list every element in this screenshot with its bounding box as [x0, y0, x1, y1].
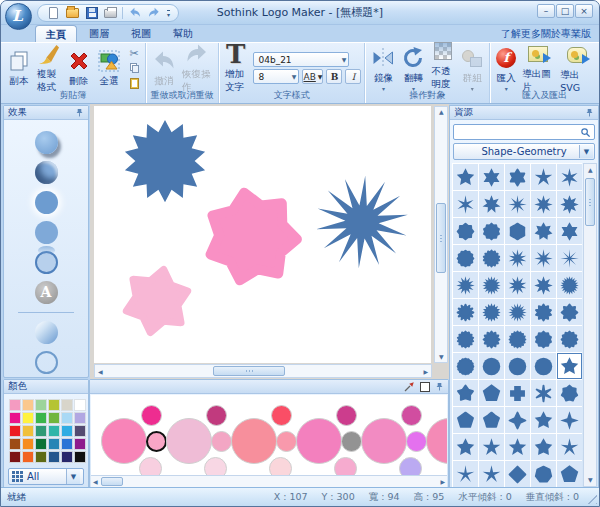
canvas-vertical-scrollbar[interactable]: ▲ ▼ — [434, 106, 448, 363]
scheme-circle[interactable] — [341, 431, 362, 452]
scrollbar-thumb[interactable] — [585, 178, 595, 226]
pin-icon[interactable] — [435, 382, 444, 391]
color-scheme-cluster[interactable] — [426, 405, 447, 475]
color-swatch[interactable] — [48, 438, 60, 450]
shape-cell[interactable] — [453, 407, 478, 433]
color-swatch[interactable] — [48, 399, 60, 411]
shape-cell[interactable] — [557, 272, 582, 298]
scheme-circle[interactable] — [211, 431, 232, 452]
shape-cell[interactable] — [479, 326, 504, 352]
color-swatch[interactable] — [9, 451, 21, 463]
color-scheme-cluster[interactable] — [101, 405, 165, 475]
shape-cell[interactable] — [479, 164, 504, 190]
copy-button[interactable]: 副本 — [4, 48, 34, 89]
scrollbar-thumb[interactable] — [436, 203, 446, 273]
effect-item-gradient[interactable] — [4, 317, 88, 347]
scrollbar-thumb[interactable] — [213, 366, 285, 376]
copy-small-icon[interactable] — [126, 61, 142, 75]
color-scheme-cluster[interactable] — [361, 405, 425, 475]
scheme-circle[interactable] — [204, 457, 227, 475]
scheme-circle[interactable] — [146, 431, 167, 452]
color-swatch[interactable] — [9, 425, 21, 437]
shape-cell[interactable] — [505, 326, 530, 352]
maximize-button[interactable]: □ — [556, 4, 574, 18]
scroll-down-icon[interactable]: ▼ — [588, 477, 593, 483]
minimize-button[interactable]: – — [537, 4, 555, 18]
mirror-button[interactable]: 鏡像 ▾ — [368, 45, 398, 92]
pin-icon[interactable] — [585, 108, 594, 117]
schemes-horizontal-scrollbar[interactable]: ◀ ▶ — [91, 475, 447, 487]
color-swatch[interactable] — [61, 425, 73, 437]
shape-cell[interactable] — [453, 245, 478, 271]
scheme-circle[interactable] — [361, 418, 407, 464]
chevron-down-icon[interactable]: ▼ — [579, 145, 593, 158]
shape-cell[interactable] — [453, 353, 478, 379]
shape-cell[interactable] — [557, 380, 582, 406]
tab-圖層[interactable]: 圖層 — [79, 25, 119, 42]
canvas-horizontal-scrollbar[interactable]: ◀ ▶ — [94, 364, 432, 378]
shape-cell[interactable] — [453, 434, 478, 460]
scroll-down-icon[interactable]: ▼ — [439, 354, 444, 360]
italic-button[interactable]: I — [345, 69, 361, 84]
shape-category-select[interactable]: Shape-Geometry ▼ — [453, 143, 595, 160]
format-painter-button[interactable]: 複製格式 — [34, 41, 64, 95]
shape-cell[interactable] — [531, 164, 556, 190]
scheme-circle[interactable] — [101, 418, 147, 464]
color-swatch[interactable] — [74, 451, 86, 463]
color-swatch[interactable] — [74, 399, 86, 411]
delete-button[interactable]: 刪除 — [64, 48, 94, 89]
scheme-circle[interactable] — [139, 457, 162, 475]
export-image-button[interactable]: 導出圖片 — [519, 41, 557, 95]
shape-cell[interactable] — [453, 272, 478, 298]
effect-item-inner-shadow[interactable] — [4, 157, 88, 187]
color-swatch[interactable] — [61, 399, 73, 411]
shape-cell[interactable] — [505, 353, 530, 379]
color-swatch[interactable] — [48, 425, 60, 437]
export-svg-button[interactable]: 導出SVG — [557, 42, 596, 94]
shape-cell[interactable] — [453, 299, 478, 325]
shape-cell[interactable] — [557, 245, 582, 271]
shape-cell[interactable] — [505, 407, 530, 433]
font-size-select[interactable]: 8 ▼ — [253, 69, 299, 84]
color-swatch[interactable] — [35, 438, 47, 450]
shape-cell[interactable] — [557, 218, 582, 244]
shape-cell[interactable] — [557, 164, 582, 190]
color-swatch[interactable] — [48, 412, 60, 424]
shape-cell[interactable] — [479, 434, 504, 460]
learn-more-pro-link[interactable]: 了解更多關於專業版 — [501, 27, 591, 41]
scroll-left-icon[interactable]: ◀ — [93, 479, 98, 485]
shape-cell[interactable] — [479, 380, 504, 406]
chevron-down-icon[interactable]: ▼ — [66, 469, 80, 484]
shape-cell[interactable] — [531, 353, 556, 379]
shape-cell[interactable] — [531, 191, 556, 217]
font-family-select[interactable]: 04b_21 ▼ — [253, 52, 349, 67]
shape-cell[interactable] — [557, 326, 582, 352]
color-swatch[interactable] — [9, 438, 21, 450]
shape-cell[interactable] — [453, 218, 478, 244]
undo-button[interactable]: 撤消 — [149, 48, 179, 89]
color-swatch[interactable] — [74, 425, 86, 437]
canvas-shape[interactable] — [106, 250, 208, 352]
scheme-circle[interactable] — [296, 418, 342, 464]
effect-item-outline[interactable] — [4, 347, 88, 377]
color-swatch[interactable] — [35, 399, 47, 411]
shape-cell[interactable] — [557, 191, 582, 217]
shape-cell[interactable] — [479, 299, 504, 325]
resize-grip[interactable] — [585, 492, 597, 504]
shape-cell[interactable] — [505, 299, 530, 325]
add-text-button[interactable]: T 增加文字 — [222, 41, 249, 95]
shape-cell[interactable] — [531, 434, 556, 460]
effect-item-reflection[interactable] — [4, 217, 88, 247]
shape-cell[interactable] — [531, 218, 556, 244]
color-swatch[interactable] — [22, 425, 34, 437]
select-all-button[interactable]: 全選 — [94, 48, 124, 89]
color-swatch[interactable] — [61, 451, 73, 463]
shape-cell[interactable] — [531, 245, 556, 271]
color-filter-select[interactable]: All ▼ — [8, 468, 84, 485]
shape-cell[interactable] — [479, 272, 504, 298]
shape-cell[interactable] — [453, 461, 478, 487]
scheme-circle[interactable] — [336, 405, 357, 426]
scroll-left-icon[interactable]: ◀ — [98, 369, 103, 375]
effect-item-drop-shadow[interactable] — [4, 127, 88, 157]
shape-cell[interactable] — [505, 245, 530, 271]
